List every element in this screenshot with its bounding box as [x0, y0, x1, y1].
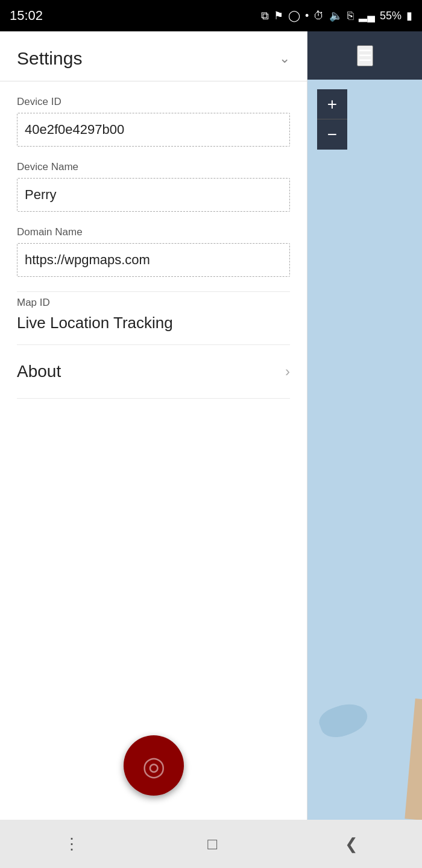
recent-apps-button[interactable]: ⋮	[52, 830, 92, 858]
alarm-icon: ⏱	[313, 10, 324, 22]
status-icons: ⧉ ⚑ ◯ • ⏱ 🔈 ⎘ ▂▄ 55% ▮	[261, 9, 412, 22]
wifi-icon: ⎘	[347, 10, 354, 22]
hamburger-button[interactable]: ☰	[357, 45, 373, 66]
device-name-group: Device Name	[17, 161, 290, 212]
chevron-right-icon: ›	[285, 363, 290, 380]
domain-name-input[interactable]	[17, 243, 290, 277]
device-id-group: Device ID	[17, 96, 290, 147]
map-panel: ☰ + − Brea	[307, 31, 422, 868]
map-road	[405, 699, 422, 820]
home-icon: □	[207, 835, 217, 854]
dot-icon: •	[305, 10, 309, 22]
zoom-out-button[interactable]: −	[317, 119, 347, 150]
map-header: ☰	[307, 31, 422, 80]
home-button[interactable]: □	[195, 830, 229, 858]
map-area: + − Brea	[307, 80, 422, 868]
mute-icon: 🔈	[329, 9, 342, 22]
clock-icon: ◯	[288, 9, 300, 22]
map-id-section: Map ID Live Location Tracking	[17, 291, 290, 345]
domain-name-label: Domain Name	[17, 226, 290, 238]
domain-name-group: Domain Name	[17, 226, 290, 277]
map-id-label: Map ID	[17, 297, 290, 309]
back-icon: ❮	[345, 835, 358, 854]
main-layout: Settings ⌄ Device ID Device Name Domain …	[0, 31, 422, 868]
location-icon: ◎	[142, 750, 165, 781]
zoom-controls: + −	[317, 89, 347, 150]
recent-apps-icon: ⋮	[64, 835, 80, 854]
zoom-in-button[interactable]: +	[317, 89, 347, 119]
device-name-input[interactable]	[17, 178, 290, 212]
map-id-value: Live Location Tracking	[17, 314, 290, 345]
fab-button[interactable]: ◎	[124, 735, 184, 796]
battery-icon: ▮	[406, 9, 412, 22]
status-bar: 15:02 ⧉ ⚑ ◯ • ⏱ 🔈 ⎘ ▂▄ 55% ▮	[0, 0, 422, 31]
about-row[interactable]: About ›	[17, 345, 290, 399]
back-button[interactable]: ❮	[333, 830, 370, 858]
map-pin-icon: ⚑	[274, 9, 283, 22]
chevron-down-icon[interactable]: ⌄	[279, 51, 290, 66]
grid-icon: ⧉	[261, 10, 269, 22]
nav-bar: ⋮ □ ❮	[0, 820, 422, 868]
settings-panel: Settings ⌄ Device ID Device Name Domain …	[0, 31, 307, 868]
signal-icon: ▂▄	[359, 9, 375, 22]
status-time: 15:02	[10, 8, 43, 24]
settings-title: Settings	[17, 48, 82, 69]
device-name-label: Device Name	[17, 161, 290, 173]
battery-level: 55%	[380, 10, 402, 22]
settings-content: Device ID Device Name Domain Name Map ID…	[0, 81, 307, 413]
device-id-label: Device ID	[17, 96, 290, 108]
map-water-shape	[316, 698, 371, 743]
settings-header: Settings ⌄	[0, 31, 307, 81]
device-id-input[interactable]	[17, 113, 290, 147]
about-label: About	[17, 362, 61, 381]
